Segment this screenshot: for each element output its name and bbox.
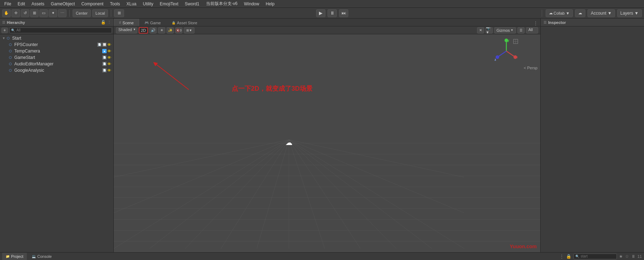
mute-tool[interactable]: 🔇0 <box>175 27 182 34</box>
cloud-button[interactable]: ☁ <box>575 9 585 17</box>
button-2d[interactable]: 2D <box>139 27 148 34</box>
search-icon: 🔍 <box>11 29 15 32</box>
pause-button[interactable]: ⏸ <box>328 9 337 17</box>
hierarchy-search-input[interactable] <box>15 28 110 33</box>
bottom-search-box: 🔍 <box>574 254 617 259</box>
hierarchy-toolbar: + 🔍 <box>0 26 113 34</box>
hierarchy-item-gamestart[interactable]: ⬡ GameStart 📄 👁 <box>0 54 113 61</box>
scene-toolbar: Shaded ▼ 2D 🔊 ☀ ✨ 🔇0 ⊞▼ ✕ 📷▼ Gizmos ▼ ☰ … <box>114 26 540 34</box>
hierarchy-lock-icon[interactable]: 🔓 <box>101 20 106 25</box>
tab-console[interactable]: 💻 Console <box>28 253 55 260</box>
console-icon: 💻 <box>32 255 36 258</box>
rect-tool[interactable]: ▭ <box>39 9 48 17</box>
tab-game[interactable]: 🎮 Game <box>139 19 166 26</box>
hierarchy-more-icon[interactable]: ⋮ <box>107 20 111 25</box>
menu-tools[interactable]: Tools <box>107 1 123 7</box>
play-button[interactable]: ▶ <box>316 9 325 17</box>
menu-xlua[interactable]: XLua <box>123 1 139 7</box>
inspector-panel: ☰ Inspector <box>540 19 644 252</box>
lock-icon: 🔒 <box>172 21 176 25</box>
menu-help[interactable]: Help <box>263 1 277 7</box>
fx-tool[interactable]: ✨ <box>167 27 174 34</box>
hierarchy-item-audio[interactable]: ⬡ AudioEditorManager 📄 👁 <box>0 61 113 67</box>
grid-btn[interactable]: ⊞ <box>114 9 124 17</box>
visibility-gs[interactable]: 👁 <box>107 55 111 60</box>
tab-project[interactable]: 📁 Project <box>2 253 27 260</box>
local-button[interactable]: Local <box>92 9 108 17</box>
menu-emojitext[interactable]: EmojiText <box>157 1 181 7</box>
move-tool[interactable]: ✛ <box>11 9 20 17</box>
audio-tool[interactable]: 🔊 <box>149 27 157 34</box>
svg-text:☁: ☁ <box>285 139 292 146</box>
local-label: Local <box>95 11 105 15</box>
bottom-more-icon[interactable]: ⋮ <box>560 254 564 259</box>
tab-asset-store[interactable]: 🔒 Asset Store <box>166 19 203 26</box>
bottom-search-input[interactable] <box>579 254 615 259</box>
bottom-pause-icon[interactable]: ⏸ <box>631 254 635 259</box>
menu-component[interactable]: Component <box>78 1 106 7</box>
gameobject-icon-audio: ⬡ <box>8 61 13 66</box>
all-label: All <box>529 28 533 32</box>
hand-tool[interactable]: ✋ <box>2 9 11 17</box>
account-button[interactable]: Account ▼ <box>588 9 615 17</box>
search-scene-tool[interactable]: ✕ <box>477 27 484 34</box>
extra-icon-fps: ⬜ <box>102 42 107 47</box>
grid-tool[interactable]: ⊞▼ <box>184 27 195 34</box>
gizmos-button[interactable]: Gizmos ▼ <box>494 27 516 34</box>
hierarchy-item-google[interactable]: ⬡ GoogleAnalysic 📄 👁 <box>0 67 113 74</box>
scene-grid-svg: ☁ <box>114 34 540 252</box>
menu-sword1[interactable]: Sword1 <box>182 1 202 7</box>
menu-branch[interactable]: 当前版本分支-v6 <box>203 0 241 8</box>
separator-1 <box>69 10 70 17</box>
visibility-fps[interactable]: 👁 <box>107 42 111 47</box>
collab-button[interactable]: ☁ Collab ▼ <box>546 9 573 17</box>
all-dropdown[interactable]: All <box>526 27 538 34</box>
item-right-google: 📄 👁 <box>102 68 111 72</box>
menu-file[interactable]: File <box>1 1 14 7</box>
layers-filter-icon[interactable]: ☰ <box>517 27 525 34</box>
skybox-tool[interactable]: ☀ <box>158 27 165 34</box>
scene-view[interactable]: ☁ 点一下2D，就变成了3D场景 <box>114 34 540 252</box>
step-button[interactable]: ⏭ <box>339 9 348 17</box>
menu-assets[interactable]: Assets <box>29 1 47 7</box>
camera-tool[interactable]: 📷▼ <box>486 27 493 34</box>
script-icon-audio: 📄 <box>102 62 107 66</box>
transform-tool[interactable]: ✦ <box>49 9 57 17</box>
rotate-tool[interactable]: ↺ <box>21 9 29 17</box>
hierarchy-search-box: 🔍 <box>9 28 112 33</box>
layers-button[interactable]: Layers ▼ <box>617 9 642 17</box>
menu-edit[interactable]: Edit <box>15 1 28 7</box>
shaded-dropdown[interactable]: Shaded ▼ <box>116 27 137 34</box>
hierarchy-header-icons: 🔓 ⋮ <box>101 20 111 25</box>
watermark-text: Yuuon.com <box>510 244 537 249</box>
extra-tool[interactable]: ⋯ <box>58 9 67 17</box>
scale-tool[interactable]: ⊞ <box>30 9 39 17</box>
hierarchy-content: ▼ ⬡ Start ⬡ FPSCounter 📄 ⬜ 👁 ⬡ TempCamer… <box>0 34 113 252</box>
hierarchy-item-start[interactable]: ▼ ⬡ Start <box>0 35 113 41</box>
script-icon-gs: 📄 <box>102 55 107 60</box>
bottom-lock-icon[interactable]: 🔒 <box>566 254 571 259</box>
menu-utility[interactable]: Utility <box>140 1 156 7</box>
visibility-cam[interactable]: 👁 <box>107 49 111 53</box>
menu-gameobject[interactable]: GameObject <box>48 1 78 7</box>
bottom-search-icon: 🔍 <box>575 255 579 258</box>
tab-asset-label: Asset Store <box>177 21 197 25</box>
inspector-header: ☰ Inspector <box>541 19 644 26</box>
hierarchy-add-btn[interactable]: + <box>1 28 8 33</box>
expand-arrow-start: ▼ <box>2 36 6 40</box>
watermark: Yuuon.com <box>510 244 537 249</box>
visibility-google[interactable]: 👁 <box>107 68 111 72</box>
shaded-arrow: ▼ <box>133 28 136 31</box>
hierarchy-item-fpscounter[interactable]: ⬡ FPSCounter 📄 ⬜ 👁 <box>0 41 113 48</box>
visibility-audio[interactable]: 👁 <box>107 62 111 66</box>
tabs-more-icon[interactable]: ⋮ <box>533 20 538 26</box>
tab-scene[interactable]: # Scene <box>114 19 139 26</box>
bottom-star-icon[interactable]: ★ <box>619 254 623 259</box>
bottom-star-empty-icon[interactable]: ☆ <box>625 254 629 259</box>
item-name-google: GoogleAnalysic <box>14 68 102 73</box>
center-button[interactable]: Center <box>73 9 91 17</box>
hierarchy-item-tempcamera[interactable]: ⬡ TempCamera ■ 👁 <box>0 48 113 54</box>
console-label: Console <box>37 254 51 259</box>
item-right-cam: ■ 👁 <box>102 49 111 53</box>
menu-window[interactable]: Window <box>241 1 262 7</box>
